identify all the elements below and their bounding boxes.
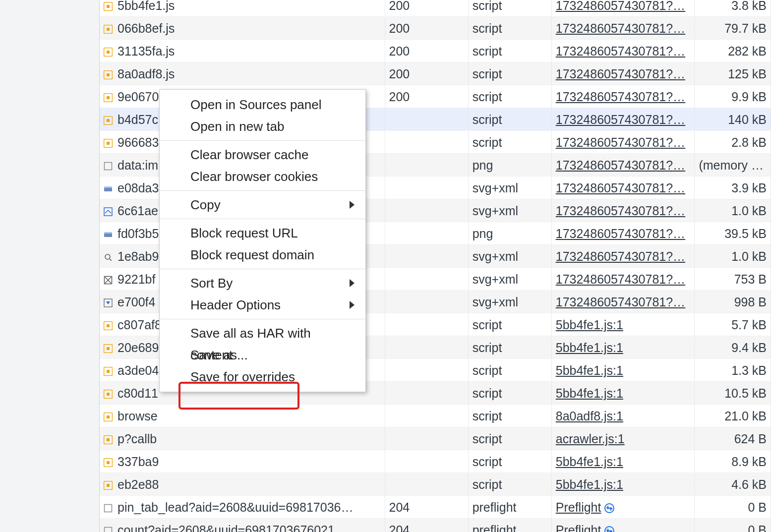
initiator-link[interactable]: 1732486057430781?… — [556, 227, 685, 240]
cell-initiator[interactable]: 1732486057430781?… — [551, 17, 695, 40]
initiator-link[interactable]: 1732486057430781?… — [556, 90, 685, 104]
initiator-link[interactable]: 5bb4fe1.js:1 — [556, 341, 623, 355]
table-row[interactable]: 5bb4fe1.js200script1732486057430781?…3.8… — [100, 0, 771, 17]
initiator-link[interactable]: 1732486057430781?… — [556, 272, 685, 286]
cell-initiator[interactable]: 1732486057430781?… — [551, 177, 695, 199]
menu-open-in-new-tab[interactable]: Open in new tab — [160, 116, 365, 137]
cell-initiator[interactable]: 5bb4fe1.js:1 — [551, 473, 695, 496]
cell-type: script — [468, 382, 551, 405]
cell-name[interactable]: eb2e88 — [100, 473, 385, 496]
cell-initiator[interactable]: 5bb4fe1.js:1 — [551, 450, 695, 473]
menu-sort-by[interactable]: Sort By — [160, 272, 365, 294]
cell-initiator[interactable]: 1732486057430781?… — [551, 245, 695, 268]
cell-initiator[interactable]: 1732486057430781?… — [551, 291, 695, 313]
initiator-link[interactable]: 1732486057430781?… — [556, 181, 685, 195]
file-type-icon — [104, 481, 113, 490]
cell-size: 753 B — [695, 268, 771, 291]
cell-name[interactable]: pin_tab_lead?aid=2608&uuid=69817036… — [100, 496, 385, 519]
table-row[interactable]: count?aid=2608&uuid=6981703676021…204pre… — [100, 519, 771, 532]
cell-name[interactable]: 5bb4fe1.js — [100, 0, 385, 17]
cell-name[interactable]: 337ba9 — [100, 450, 385, 473]
initiator-link[interactable]: 5bb4fe1.js:1 — [556, 386, 623, 400]
cell-initiator[interactable]: acrawler.js:1 — [551, 427, 695, 450]
svg-rect-17 — [104, 208, 112, 216]
menu-separator — [160, 140, 365, 141]
cell-name[interactable]: count?aid=2608&uuid=6981703676021… — [100, 519, 385, 532]
cell-initiator[interactable]: 1732486057430781?… — [551, 62, 695, 85]
initiator-link[interactable]: 1732486057430781?… — [556, 158, 685, 172]
cell-size: 1.0 kB — [695, 199, 771, 222]
initiator-link[interactable]: 5bb4fe1.js:1 — [556, 477, 623, 491]
cell-initiator[interactable]: 1732486057430781?… — [551, 85, 695, 108]
cell-initiator[interactable]: 5bb4fe1.js:1 — [551, 382, 695, 405]
menu-clear-cookies[interactable]: Clear browser cookies — [160, 166, 365, 187]
cell-initiator[interactable]: 8a0adf8.js:1 — [551, 405, 695, 427]
cell-initiator[interactable]: Preflight — [551, 496, 695, 519]
initiator-link[interactable]: acrawler.js:1 — [556, 432, 625, 446]
table-row[interactable]: eb2e88script5bb4fe1.js:14.6 kB — [100, 473, 771, 496]
cell-name[interactable]: browse — [100, 405, 385, 427]
cell-size: 282 kB — [695, 40, 771, 62]
menu-open-in-sources[interactable]: Open in Sources panel — [160, 94, 365, 116]
cell-name[interactable]: 31135fa.js — [100, 40, 385, 62]
initiator-link[interactable]: 5bb4fe1.js:1 — [556, 455, 623, 469]
cell-status: 200 — [385, 40, 468, 62]
initiator-link[interactable]: 1732486057430781?… — [556, 67, 685, 81]
cell-initiator[interactable]: 5bb4fe1.js:1 — [551, 359, 695, 382]
cell-initiator[interactable]: 1732486057430781?… — [551, 108, 695, 131]
cell-type: script — [468, 40, 551, 62]
initiator-link[interactable]: 1732486057430781?… — [556, 0, 685, 12]
initiator-link[interactable]: 1732486057430781?… — [556, 135, 685, 149]
menu-save-for-overrides[interactable]: Save for overrides — [160, 366, 365, 388]
initiator-link[interactable]: Preflight — [556, 500, 601, 514]
cell-status: 200 — [385, 0, 468, 17]
cell-initiator[interactable]: 1732486057430781?… — [551, 131, 695, 154]
menu-clear-cache[interactable]: Clear browser cache — [160, 144, 365, 166]
table-row[interactable]: 066b8ef.js200script1732486057430781?…79.… — [100, 17, 771, 40]
cell-initiator[interactable]: Preflight — [551, 519, 695, 532]
file-type-icon — [104, 298, 113, 307]
cell-initiator[interactable]: 1732486057430781?… — [551, 199, 695, 222]
initiator-link[interactable]: 5bb4fe1.js:1 — [556, 363, 623, 377]
table-row[interactable]: 31135fa.js200script1732486057430781?…282… — [100, 40, 771, 62]
table-row[interactable]: 8a0adf8.js200script1732486057430781?…125… — [100, 62, 771, 85]
menu-save-as[interactable]: Save as... — [160, 344, 365, 366]
table-row[interactable]: p?callbscriptacrawler.js:1624 B — [100, 427, 771, 450]
cell-initiator[interactable]: 1732486057430781?… — [551, 0, 695, 17]
cell-initiator[interactable]: 5bb4fe1.js:1 — [551, 336, 695, 359]
initiator-link[interactable]: 8a0adf8.js:1 — [556, 409, 623, 423]
cell-initiator[interactable]: 1732486057430781?… — [551, 222, 695, 245]
initiator-link[interactable]: 1732486057430781?… — [556, 113, 685, 126]
cell-initiator[interactable]: 5bb4fe1.js:1 — [551, 313, 695, 336]
initiator-link[interactable]: Preflight — [556, 523, 601, 532]
cell-name[interactable]: p?callb — [100, 427, 385, 450]
request-name-text: 20e689 — [118, 341, 159, 355]
table-row[interactable]: pin_tab_lead?aid=2608&uuid=69817036…204p… — [100, 496, 771, 519]
cell-status — [385, 222, 468, 245]
cell-status: 200 — [385, 85, 468, 108]
menu-copy[interactable]: Copy — [160, 194, 365, 216]
table-row[interactable]: browsescript8a0adf8.js:121.0 kB — [100, 405, 771, 427]
cell-size: 9.4 kB — [695, 336, 771, 359]
svg-rect-42 — [105, 504, 112, 512]
menu-header-options[interactable]: Header Options — [160, 294, 365, 316]
cell-initiator[interactable]: 1732486057430781?… — [551, 268, 695, 291]
initiator-link[interactable]: 1732486057430781?… — [556, 249, 685, 263]
cell-initiator[interactable]: 1732486057430781?… — [551, 40, 695, 62]
menu-block-request-domain[interactable]: Block request domain — [160, 244, 365, 266]
menu-block-request-url[interactable]: Block request URL — [160, 222, 365, 244]
cell-initiator[interactable]: 1732486057430781?… — [551, 154, 695, 177]
menu-save-all-as-har[interactable]: Save all as HAR with content — [160, 322, 365, 344]
svg-rect-37 — [107, 438, 110, 441]
initiator-link[interactable]: 1732486057430781?… — [556, 21, 685, 35]
initiator-link[interactable]: 1732486057430781?… — [556, 204, 685, 218]
request-name-text: browse — [118, 409, 158, 423]
file-type-icon — [104, 139, 113, 148]
table-row[interactable]: 337ba9script5bb4fe1.js:18.9 kB — [100, 450, 771, 473]
initiator-link[interactable]: 1732486057430781?… — [556, 295, 685, 309]
initiator-link[interactable]: 1732486057430781?… — [556, 44, 685, 58]
initiator-link[interactable]: 5bb4fe1.js:1 — [556, 318, 623, 332]
cell-name[interactable]: 066b8ef.js — [100, 17, 385, 40]
cell-name[interactable]: 8a0adf8.js — [100, 62, 385, 85]
file-type-icon — [104, 390, 113, 399]
